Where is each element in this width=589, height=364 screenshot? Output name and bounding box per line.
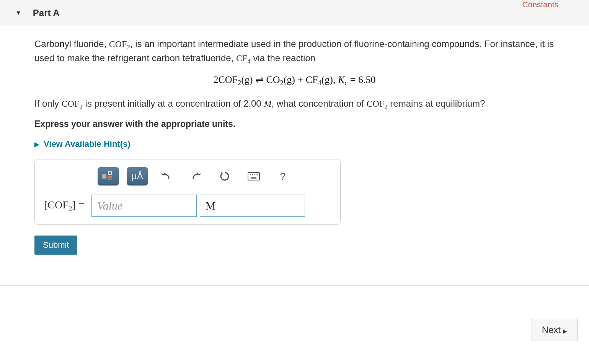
svg-rect-2 xyxy=(108,176,112,178)
svg-rect-1 xyxy=(108,171,111,174)
reaction-equation: 2COF2(g) ⇌ CO2(g) + CF4(g), Kc = 6.50 xyxy=(34,74,555,87)
value-input[interactable]: Value xyxy=(91,195,197,217)
svg-rect-0 xyxy=(102,174,106,179)
unit-input[interactable]: M xyxy=(200,195,305,217)
view-hints-link[interactable]: ▶ View Available Hint(s) xyxy=(34,139,131,149)
question-content: Carbonyl fluoride, COF2, is an important… xyxy=(0,26,589,266)
svg-rect-4 xyxy=(248,172,259,180)
keyboard-button[interactable] xyxy=(243,167,264,185)
text-intro-pre: Carbonyl fluoride, xyxy=(34,39,109,49)
svg-point-5 xyxy=(250,174,251,176)
question-intro: Carbonyl fluoride, COF2, is an important… xyxy=(34,37,555,66)
submit-button[interactable]: Submit xyxy=(34,236,77,255)
expand-caret-icon: ▶ xyxy=(34,141,39,148)
formula-cof2: COF2 xyxy=(109,39,130,49)
svg-rect-9 xyxy=(251,177,256,179)
svg-point-8 xyxy=(257,174,258,176)
template-button[interactable] xyxy=(98,167,119,185)
section-divider xyxy=(0,285,589,286)
collapse-caret-icon: ▼ xyxy=(15,10,21,16)
hints-label: View Available Hint(s) xyxy=(44,139,131,149)
answer-label: [COF2] = xyxy=(44,199,85,213)
link-constants[interactable]: Constants xyxy=(522,0,558,9)
redo-button[interactable] xyxy=(185,167,206,185)
next-button[interactable]: Next▶ xyxy=(532,319,578,341)
undo-button[interactable] xyxy=(156,167,177,185)
greek-symbols-button[interactable]: µÅ xyxy=(127,167,148,185)
next-arrow-icon: ▶ xyxy=(563,328,567,334)
text-intro-mid2: via the reaction xyxy=(251,53,315,63)
help-button[interactable]: ? xyxy=(272,167,294,185)
answer-box: µÅ ? [COF2] = Value M xyxy=(34,159,341,225)
svg-rect-3 xyxy=(108,179,112,180)
svg-point-6 xyxy=(252,174,253,176)
svg-point-7 xyxy=(255,174,256,176)
answer-instruction: Express your answer with the appropriate… xyxy=(34,119,555,129)
toolbar: µÅ ? xyxy=(98,167,331,185)
question-if-only: If only COF2 is present initially at a c… xyxy=(34,97,555,111)
answer-row: [COF2] = Value M xyxy=(44,195,331,217)
reset-button[interactable] xyxy=(214,167,235,185)
part-title: Part A xyxy=(33,8,60,18)
part-header[interactable]: ▼ Part A xyxy=(0,0,589,26)
top-links-bar: Constants xyxy=(522,0,558,9)
formula-cf4: CF4 xyxy=(236,53,251,63)
